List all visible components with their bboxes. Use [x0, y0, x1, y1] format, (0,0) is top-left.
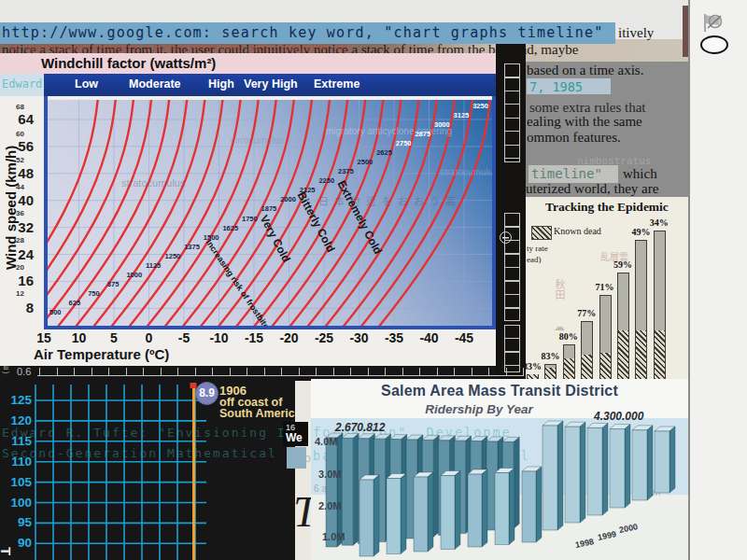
severity-label: Moderate: [129, 77, 181, 91]
date-weekday: We: [286, 431, 303, 444]
search-highlight-bar: http://www.google.com: search key word, …: [0, 22, 615, 44]
presentation-collage: notice a stack of time from it, the user…: [0, 0, 747, 560]
vertical-ruler-segment: [504, 213, 520, 321]
isoline-label: 2625: [376, 148, 392, 157]
epidemic-bar: [635, 240, 647, 381]
bar-front: [543, 426, 557, 530]
ghost-cloud-name: cirrocumulus: [231, 135, 284, 146]
isoline-label: 3125: [454, 111, 470, 119]
isoline-label: 1625: [222, 224, 238, 232]
isoline-label: 1250: [165, 252, 181, 260]
y-tick-minor: 68: [0, 103, 24, 111]
isoline-label: 2250: [318, 176, 334, 185]
severity-label: Low: [75, 77, 98, 91]
isoline-label: 1125: [146, 261, 161, 270]
bar-side: [669, 427, 675, 493]
salem-title: Salem Area Mass Transit District: [311, 383, 688, 399]
y-tick-label: 8: [6, 300, 34, 315]
y-tick-label: 32: [6, 219, 34, 235]
ruler-tick: [419, 368, 420, 375]
bar-side: [509, 469, 514, 545]
isoline-label: 500: [49, 308, 62, 316]
salem-y-label: 3.0M: [318, 469, 341, 480]
y-tick-label: 64: [6, 111, 34, 127]
ghost-weather-note: migratory anticyclone covering: [326, 126, 452, 136]
ghost-edward: Edward: [2, 77, 42, 91]
ruler-tick: [402, 368, 403, 375]
epidemic-bar-dead: [618, 330, 628, 380]
note-line: ommon features.: [527, 130, 621, 146]
notes-column: based on a time axis. 7, 1985 some extra…: [526, 62, 688, 197]
isoline-label: 1875: [261, 204, 277, 213]
bar-side: [625, 425, 630, 508]
clock-icon[interactable]: [500, 231, 512, 244]
salem-y-label: 2.0M: [318, 500, 341, 511]
selection-box: [287, 447, 306, 469]
bar-front: [610, 429, 625, 508]
epidemic-bar-label: 80%: [557, 331, 581, 342]
salem-y-label: 1.0M: [322, 531, 345, 542]
y-tick-label: 48: [6, 165, 34, 181]
severity-label: Extreme: [314, 77, 359, 91]
ellipse-icon[interactable]: [700, 35, 728, 54]
y-tick-minor: 60: [0, 130, 24, 138]
isoline-label: 875: [107, 280, 120, 288]
ruler-tick: [333, 368, 334, 375]
isoline-label: 1375: [184, 243, 200, 251]
ruler-tick: [454, 368, 455, 375]
large-serif-glyph: T: [295, 491, 311, 534]
epidemic-bar-label: 71%: [593, 282, 617, 292]
isoline-label: 1500: [204, 233, 219, 242]
flag-icon[interactable]: [701, 11, 726, 34]
ghost-cloud-name: stratocumulus: [121, 177, 185, 189]
bar-front: [655, 431, 669, 493]
bar-side: [580, 422, 585, 523]
bar-front: [441, 476, 455, 550]
search-tail-text: itively: [618, 25, 654, 41]
ruler-tick: [488, 368, 489, 375]
epidemic-bar: [581, 321, 593, 381]
epidemic-bar-label: 83%: [538, 351, 562, 361]
bar-front: [522, 471, 536, 542]
epidemic-bar-label: 49%: [628, 227, 653, 237]
highlighted-date: 7, 1985: [527, 78, 611, 94]
note-line: uterized world, they are: [526, 181, 658, 197]
epidemic-bar: [654, 231, 666, 381]
event-location-line: South America: [219, 407, 302, 420]
isoline-label: 625: [69, 299, 81, 307]
bar-side: [602, 423, 608, 515]
severity-label: Very High: [244, 77, 298, 91]
y-tick-label: 40: [6, 192, 34, 208]
bar-side: [428, 472, 433, 552]
windchill-title: Windchill factor (watts/m²): [41, 55, 216, 71]
bar-side: [374, 475, 379, 556]
windchill-chart-panel: Windchill factor (watts/m²) Edward LowMo…: [0, 53, 496, 366]
isoline-label: 3000: [434, 120, 450, 129]
ruler-tick: [472, 368, 472, 375]
ruler-tick: [316, 368, 317, 375]
y-tick-label: 24: [6, 246, 34, 262]
y-tick-minor: 20: [0, 263, 24, 272]
isoline-label: 2500: [358, 158, 374, 166]
bar-front: [587, 427, 602, 515]
isoline-label: 2125: [300, 186, 316, 194]
date-text: 7, 1985: [529, 79, 583, 94]
bar-front: [468, 474, 482, 547]
y-tick-label: 16: [6, 273, 34, 288]
y-tick-minor: 52: [0, 156, 24, 164]
bar-side: [482, 469, 487, 547]
value-annotation: 4.300.000: [594, 410, 643, 423]
ghost-text-sliver: Edward: [0, 74, 44, 96]
calendar-date-tile[interactable]: 16 We: [283, 422, 308, 446]
isoline-label: 3250: [472, 102, 488, 110]
ruler-tick: [368, 368, 369, 375]
bar-front: [495, 473, 509, 545]
bar-front: [342, 438, 353, 545]
magnitude-badge[interactable]: 8.9: [195, 382, 218, 405]
bar-front: [359, 480, 374, 556]
epidemic-chart-panel: Tracking the Epidemic Known dead ty rate…: [526, 197, 688, 383]
quake-y-label: 100: [0, 496, 32, 510]
bar-side: [557, 421, 563, 530]
event-timeline-bar: [192, 384, 195, 560]
note-line: which: [623, 166, 657, 182]
